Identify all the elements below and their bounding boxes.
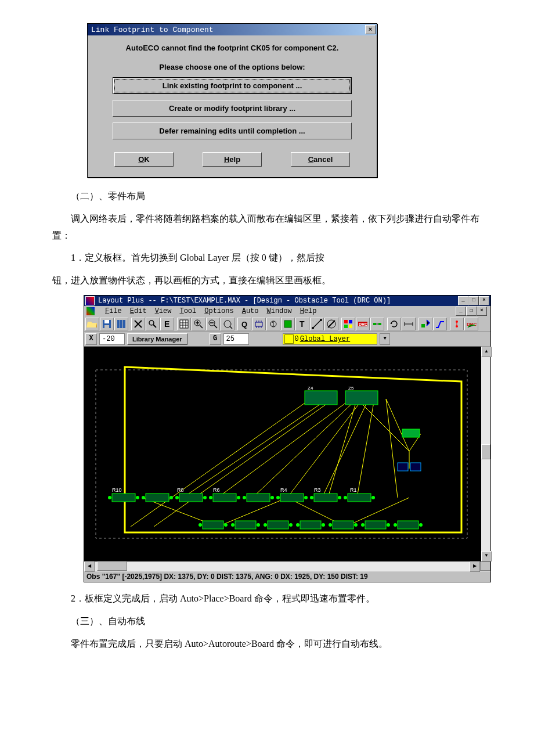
- mdi-restore-icon[interactable]: ❐: [466, 307, 477, 316]
- step-1-a: 1．定义板框。首先切换到 Global Layer 层（按 0 键），然后按: [52, 250, 482, 267]
- svg-rect-105: [365, 521, 386, 529]
- svg-rect-21: [344, 320, 348, 323]
- vscroll-track[interactable]: [481, 357, 490, 551]
- mdi-close-icon[interactable]: ×: [477, 307, 487, 316]
- paragraph-1: 调入网络表后，零件将随着纲路档案的载入而散布在编辑区里，紧接着，依下列步骤进行自…: [52, 211, 482, 244]
- text-icon[interactable]: T: [295, 318, 309, 330]
- svg-rect-29: [421, 324, 425, 327]
- svg-rect-59: [410, 463, 421, 471]
- x-value[interactable]: -20: [99, 333, 125, 345]
- layer-combo[interactable]: 0 Global Layer: [283, 333, 378, 345]
- g-value[interactable]: 25: [223, 333, 249, 345]
- minimize-icon[interactable]: _: [458, 296, 468, 305]
- find-icon[interactable]: [146, 318, 160, 330]
- mdi-icon[interactable]: [86, 307, 95, 315]
- coord-bar: X -20 Library Manager G 25 0 Global Laye…: [84, 332, 490, 347]
- menu-options[interactable]: Options: [204, 307, 233, 315]
- connection-icon[interactable]: [310, 318, 324, 330]
- svg-rect-3: [117, 320, 120, 328]
- hscroll-thumb[interactable]: [97, 561, 127, 571]
- drc-icon[interactable]: DRC: [356, 318, 370, 330]
- dialog-titlebar: Link Footprint to Component ×: [88, 24, 377, 35]
- menu-window[interactable]: Window: [266, 307, 291, 315]
- mdi-minimize-icon[interactable]: _: [456, 307, 466, 316]
- create-modify-library-button[interactable]: Create or modify footprint library ...: [113, 100, 352, 117]
- scroll-up-icon[interactable]: ▲: [481, 347, 492, 357]
- reconnect-icon[interactable]: [370, 318, 384, 330]
- svg-point-76: [243, 496, 246, 499]
- svg-rect-96: [268, 521, 288, 529]
- dimension-icon[interactable]: [402, 318, 416, 330]
- library-icon[interactable]: [114, 318, 128, 330]
- hscroll-track[interactable]: [95, 561, 470, 571]
- svg-point-63: [136, 496, 139, 499]
- svg-line-52: [386, 399, 398, 498]
- scroll-left-icon[interactable]: ◀: [84, 561, 95, 572]
- x-label[interactable]: X: [85, 333, 97, 345]
- component-icon[interactable]: [252, 318, 266, 330]
- svg-point-110: [419, 523, 423, 527]
- defer-edits-button[interactable]: Defer remaining edits until completion .…: [113, 123, 352, 139]
- zoom-out-icon[interactable]: [206, 318, 220, 330]
- svg-line-43: [386, 399, 409, 451]
- zoom-all-icon[interactable]: [221, 318, 234, 330]
- svg-point-100: [296, 523, 300, 527]
- layer-dropdown-icon[interactable]: ▼: [380, 333, 390, 345]
- cancel-button[interactable]: Cancel: [291, 152, 350, 167]
- menubar: File Edit View Tool Options Auto Window …: [84, 306, 490, 316]
- svg-marker-34: [125, 367, 461, 532]
- svg-point-109: [394, 523, 397, 527]
- open-icon[interactable]: [85, 318, 99, 330]
- vertical-scrollbar[interactable]: ▲ ▼: [481, 347, 490, 561]
- edit-icon[interactable]: E: [160, 318, 174, 330]
- help-button[interactable]: Help: [203, 152, 262, 167]
- svg-rect-108: [398, 521, 418, 529]
- zoom-in-icon[interactable]: [192, 318, 205, 330]
- menu-tool[interactable]: Tool: [179, 307, 196, 315]
- svg-line-37: [183, 399, 328, 498]
- menu-help[interactable]: Help: [300, 307, 317, 315]
- obstacle-icon[interactable]: [281, 318, 295, 330]
- ok-button[interactable]: OK: [114, 152, 174, 167]
- delete-icon[interactable]: [131, 318, 145, 330]
- color-icon[interactable]: [341, 318, 355, 330]
- design-canvas[interactable]: Z4 Z5 R10: [84, 347, 481, 561]
- svg-rect-55: [345, 391, 378, 405]
- svg-rect-16: [284, 321, 291, 327]
- refresh-icon[interactable]: [387, 318, 401, 330]
- close-icon[interactable]: ×: [479, 296, 489, 305]
- route-icon[interactable]: [433, 318, 447, 330]
- horizontal-scrollbar[interactable]: ◀ ▶: [84, 561, 490, 571]
- menu-auto[interactable]: Auto: [242, 307, 259, 315]
- svg-text:Q: Q: [241, 320, 247, 329]
- query-icon[interactable]: Q: [237, 318, 251, 330]
- app-title: Layout Plus -- F:\TEST\EXAMPLE.MAX - [De…: [98, 297, 391, 305]
- scroll-right-icon[interactable]: ▶: [470, 561, 480, 572]
- scroll-down-icon[interactable]: ▼: [481, 551, 492, 561]
- g-label[interactable]: G: [210, 333, 221, 345]
- save-icon[interactable]: [100, 318, 114, 330]
- svg-point-88: [344, 496, 347, 499]
- library-manager-button[interactable]: Library Manager: [127, 333, 187, 345]
- menu-view[interactable]: View: [155, 307, 172, 315]
- svg-rect-93: [235, 521, 256, 529]
- menu-edit[interactable]: Edit: [130, 307, 147, 315]
- tool-a-icon[interactable]: [450, 318, 464, 330]
- svg-point-73: [209, 496, 212, 499]
- link-existing-footprint-button[interactable]: Link existing footprint to component ...: [113, 77, 352, 94]
- svg-line-51: [328, 399, 357, 498]
- svg-text:DRC: DRC: [359, 322, 367, 326]
- error-icon[interactable]: [324, 318, 338, 330]
- spreadsheet-icon[interactable]: [177, 318, 191, 330]
- maximize-icon[interactable]: □: [468, 296, 479, 305]
- app-main: Z4 Z5 R10: [84, 347, 490, 561]
- menu-file[interactable]: File: [105, 307, 122, 315]
- window-buttons: _ □ ×: [458, 296, 489, 305]
- place-icon[interactable]: [418, 318, 432, 330]
- vscroll-thumb[interactable]: [481, 444, 490, 459]
- close-icon[interactable]: ×: [365, 25, 376, 34]
- step-2: 2．板框定义完成后，启动 Auto>Place>Board 命令，程式即迅速布置…: [52, 591, 482, 607]
- svg-point-85: [338, 496, 341, 499]
- pin-icon[interactable]: 1: [266, 318, 280, 330]
- tool-b-icon[interactable]: DRC: [464, 318, 478, 330]
